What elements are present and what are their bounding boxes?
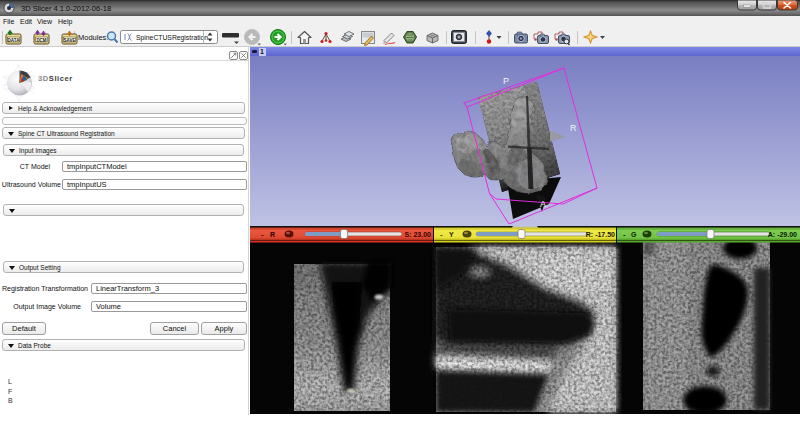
svg-text:DATA: DATA [8, 38, 21, 43]
svg-text:SAVE: SAVE [64, 38, 76, 43]
svg-text:DCM: DCM [36, 38, 46, 43]
svg-text:G: G [631, 231, 637, 238]
svg-text:-: - [440, 230, 443, 239]
svg-text:A: A [540, 199, 546, 209]
svg-text:S: 23.00: S: 23.00 [405, 231, 432, 238]
svg-text:P: P [503, 76, 509, 86]
svg-text:-: - [261, 230, 264, 239]
svg-text:Modules:: Modules: [78, 33, 108, 42]
svg-text:Y: Y [449, 231, 454, 238]
svg-text:A: -29.00: A: -29.00 [768, 231, 797, 238]
svg-text:SpineCTUSRegistration: SpineCTUSRegistration [136, 34, 208, 42]
svg-text:R: -17.50: R: -17.50 [586, 231, 615, 238]
svg-text:-: - [623, 230, 626, 239]
svg-text:R: R [570, 123, 577, 133]
svg-text:R: R [270, 231, 275, 238]
